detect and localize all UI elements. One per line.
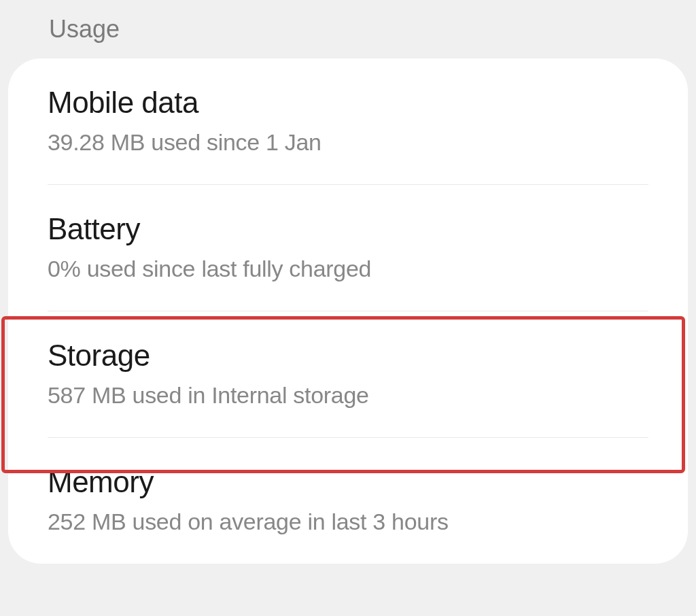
item-title: Storage	[48, 339, 648, 373]
item-title: Mobile data	[48, 86, 648, 120]
item-title: Battery	[48, 212, 648, 246]
list-item-memory[interactable]: Memory 252 MB used on average in last 3 …	[8, 438, 688, 564]
item-subtitle: 39.28 MB used since 1 Jan	[48, 129, 648, 156]
item-subtitle: 0% used since last fully charged	[48, 256, 648, 282]
list-item-battery[interactable]: Battery 0% used since last fully charged	[8, 185, 688, 311]
list-item-storage[interactable]: Storage 587 MB used in Internal storage	[8, 311, 688, 437]
list-item-mobile-data[interactable]: Mobile data 39.28 MB used since 1 Jan	[8, 58, 688, 184]
usage-card: Mobile data 39.28 MB used since 1 Jan Ba…	[8, 58, 688, 564]
section-header-usage: Usage	[0, 0, 696, 58]
item-subtitle: 587 MB used in Internal storage	[48, 382, 648, 409]
item-title: Memory	[48, 465, 648, 499]
item-subtitle: 252 MB used on average in last 3 hours	[48, 509, 648, 535]
